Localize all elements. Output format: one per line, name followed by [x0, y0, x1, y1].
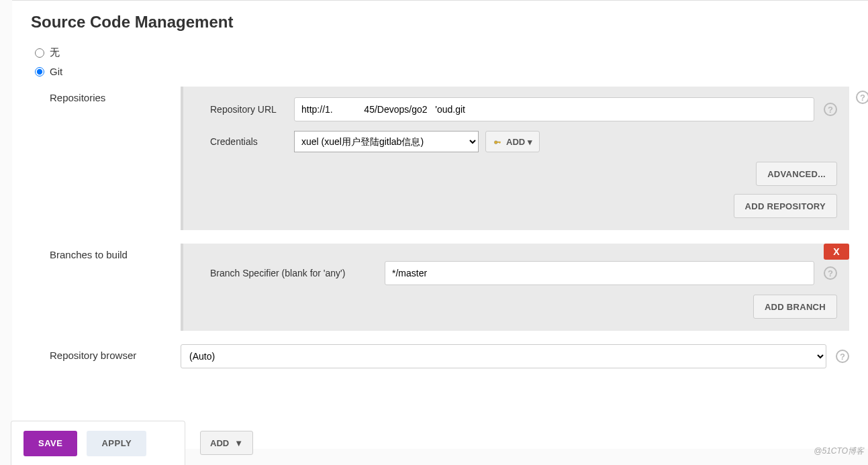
- add-branch-button[interactable]: ADD BRANCH: [753, 295, 837, 319]
- branches-row: Branches to build X Branch Specifier (bl…: [50, 244, 849, 331]
- scm-radio-none[interactable]: 无: [35, 46, 849, 59]
- add-credentials-button[interactable]: ADD ▾: [485, 131, 540, 152]
- delete-branch-button[interactable]: X: [824, 244, 849, 260]
- radio-git-input[interactable]: [35, 67, 44, 76]
- apply-button[interactable]: APPLY: [87, 431, 146, 456]
- additional-add-label: ADD: [210, 438, 229, 448]
- credentials-label: Credentials: [210, 136, 294, 147]
- advanced-button[interactable]: ADVANCED...: [756, 162, 837, 186]
- section-title: Source Code Management: [31, 13, 849, 32]
- repo-url-label: Repository URL: [210, 104, 294, 115]
- save-button[interactable]: SAVE: [23, 431, 77, 456]
- radio-git-label: Git: [50, 66, 62, 77]
- repositories-row: Repositories Repository URL ? Credential…: [50, 87, 849, 230]
- repo-browser-label: Repository browser: [50, 344, 181, 361]
- branches-label: Branches to build: [50, 244, 181, 260]
- radio-none-input[interactable]: [35, 48, 44, 58]
- branch-specifier-input[interactable]: [385, 261, 814, 285]
- footer-action-bar: SAVE APPLY: [11, 421, 185, 465]
- radio-none-label: 无: [50, 46, 60, 59]
- branch-config-block: X Branch Specifier (blank for 'any') ? A…: [181, 244, 849, 331]
- help-icon[interactable]: ?: [856, 91, 868, 104]
- help-icon[interactable]: ?: [824, 103, 837, 116]
- repo-browser-select[interactable]: (Auto): [181, 344, 826, 368]
- add-repository-button[interactable]: ADD REPOSITORY: [734, 194, 838, 218]
- chevron-down-icon: ▼: [234, 438, 243, 448]
- key-icon: [493, 137, 502, 146]
- credentials-select[interactable]: xuel (xuel用户登陆gitlab信息): [294, 131, 479, 152]
- scm-section-panel: Source Code Management 无 Git Repositorie…: [12, 0, 868, 449]
- help-icon[interactable]: ?: [824, 266, 837, 280]
- repository-config-block: Repository URL ? Credentials xuel (xuel用…: [181, 87, 849, 230]
- git-config-body: Repositories Repository URL ? Credential…: [50, 87, 849, 368]
- repositories-label: Repositories: [50, 87, 181, 103]
- watermark-text: @51CTO博客: [814, 446, 864, 457]
- scm-radio-git[interactable]: Git: [35, 66, 849, 77]
- chevron-down-icon: ▾: [528, 137, 532, 147]
- repo-url-input[interactable]: [294, 97, 814, 121]
- add-credentials-label: ADD: [506, 137, 525, 147]
- additional-add-button[interactable]: ADD ▼: [200, 431, 253, 455]
- help-icon[interactable]: ?: [836, 350, 849, 363]
- branch-specifier-label: Branch Specifier (blank for 'any'): [210, 268, 385, 278]
- repo-browser-row: Repository browser (Auto) ?: [50, 344, 849, 368]
- svg-rect-2: [499, 142, 500, 144]
